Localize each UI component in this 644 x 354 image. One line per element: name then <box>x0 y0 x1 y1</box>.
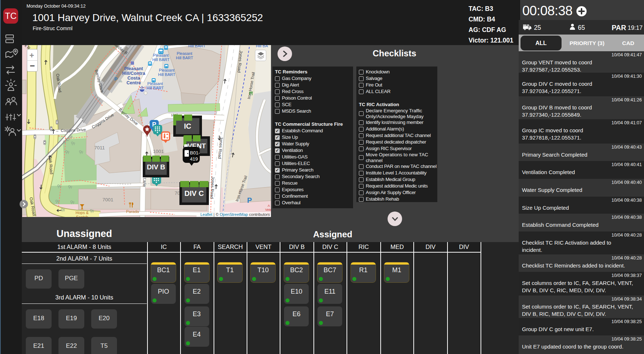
svg-text:Pleasant: Pleasant <box>177 51 193 56</box>
svg-text:Lane: Lane <box>142 178 147 187</box>
svg-text:Pleasant: Pleasant <box>124 66 143 71</box>
svg-text:Centre: Centre <box>126 80 141 85</box>
svg-text:Hill BART: Hill BART <box>176 56 193 60</box>
svg-text:A: A <box>268 204 270 208</box>
svg-text:Hill/Contra: Hill/Contra <box>122 71 145 76</box>
svg-text:Hill BART: Hill BART <box>188 45 206 48</box>
svg-text:Vete: Vete <box>265 208 271 212</box>
svg-text:7001: 7001 <box>102 197 113 202</box>
svg-text:1001: 1001 <box>153 149 164 154</box>
svg-text:P: P <box>247 196 252 204</box>
svg-text:7011: 7011 <box>94 145 105 150</box>
svg-text:Scotch: Scotch <box>76 215 88 217</box>
svg-text:Costa: Costa <box>127 76 141 81</box>
svg-text:P: P <box>114 76 118 82</box>
svg-text:Hops &: Hops & <box>76 210 89 215</box>
svg-text:Parada: Parada <box>126 209 139 214</box>
svg-text:🚲: 🚲 <box>119 79 122 83</box>
svg-text:Hill BART: Hill BART <box>146 86 164 90</box>
svg-text:Pleasant: Pleasant <box>159 68 175 72</box>
svg-text:Hill BART: Hill BART <box>158 72 175 77</box>
svg-text:Hill BA: Hill BA <box>256 45 268 48</box>
svg-text:Hill BART: Hill BART <box>152 57 170 62</box>
